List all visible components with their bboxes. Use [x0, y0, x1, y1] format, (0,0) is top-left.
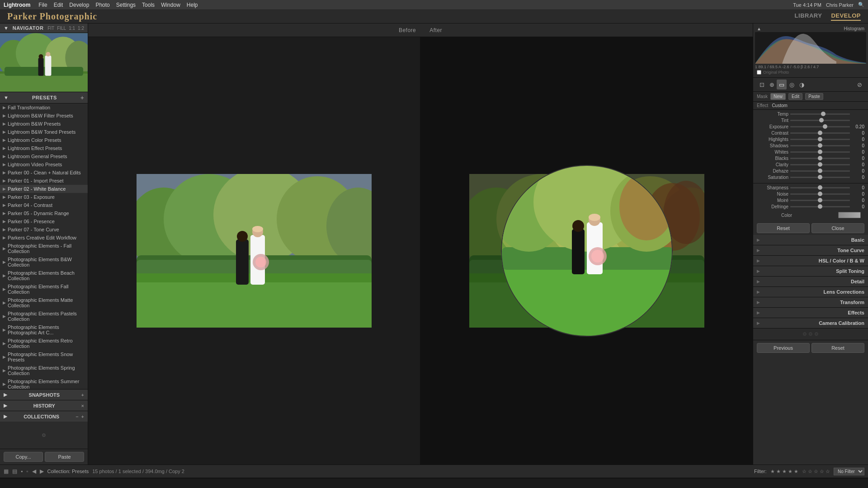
help-menu-item[interactable]: Help: [187, 2, 198, 8]
preset-group-p03[interactable]: ▶ Parker 03 - Exposure: [0, 193, 88, 201]
reset-button[interactable]: Reset: [757, 223, 810, 233]
preset-group-p04[interactable]: ▶ Parker 04 - Contrast: [0, 201, 88, 209]
collections-minus-icon[interactable]: −: [75, 414, 78, 419]
hsl-section-header[interactable]: ▶ HSL / Color / B & W: [753, 256, 868, 266]
clarity-track[interactable]: [790, 164, 850, 165]
saturation-thumb[interactable]: [818, 175, 822, 179]
preset-group-effect[interactable]: ▶ Lightroom Effect Presets: [0, 144, 88, 152]
snapshots-header[interactable]: ▶ Snapshots +: [0, 389, 88, 400]
preset-group-video[interactable]: ▶ Lightroom Video Presets: [0, 160, 88, 169]
whites-track[interactable]: [790, 151, 850, 153]
split-toning-section-header[interactable]: ▶ Split Toning: [753, 266, 868, 277]
collections-add-icon[interactable]: +: [81, 414, 84, 419]
before-photo[interactable]: 人人素材: [137, 174, 372, 328]
preset-group-pe-fall[interactable]: ▶ Photographic Elements - Fall Collectio…: [0, 242, 88, 255]
nav-1to2[interactable]: 1:2: [78, 26, 84, 31]
preset-group-p02[interactable]: ▶ Parker 02 - White Balance: [0, 185, 88, 193]
noise-track[interactable]: [790, 193, 850, 195]
dehaze-track[interactable]: [790, 170, 850, 172]
presets-header[interactable]: ▼ Presets +: [0, 92, 88, 103]
sharpness-thumb[interactable]: [818, 185, 822, 190]
lens-corrections-section-header[interactable]: ▶ Lens Corrections: [753, 287, 868, 297]
grid-view-icon[interactable]: ▦: [4, 468, 9, 474]
exposure-track[interactable]: [790, 126, 850, 127]
preset-group-pe-beach[interactable]: ▶ Photographic Elements Beach Collection: [0, 269, 88, 282]
temp-track[interactable]: [790, 113, 850, 115]
presets-add-button[interactable]: +: [80, 94, 84, 101]
tone-curve-section-header[interactable]: ▶ Tone Curve: [753, 245, 868, 256]
app-menu-item[interactable]: Lightroom: [4, 2, 30, 8]
effects-section-header[interactable]: ▶ Effects: [753, 308, 868, 318]
copy-button[interactable]: Copy...: [4, 452, 43, 462]
exposure-thumb[interactable]: [823, 124, 827, 129]
highlights-thumb[interactable]: [818, 137, 822, 141]
blacks-thumb[interactable]: [818, 156, 822, 160]
sharpness-track[interactable]: [790, 187, 850, 188]
preset-group-pe-spring[interactable]: ▶ Photographic Elements Spring Collectio…: [0, 364, 88, 377]
develop-menu-item[interactable]: Develop: [69, 2, 89, 8]
saturation-track[interactable]: [790, 177, 850, 178]
transform-section-header[interactable]: ▶ Transform: [753, 297, 868, 308]
basic-section-header[interactable]: ▶ Basic: [753, 235, 868, 245]
nav-1to1[interactable]: 1:1: [69, 26, 75, 31]
temp-thumb[interactable]: [821, 112, 826, 116]
navigator-thumbnail[interactable]: [0, 33, 88, 92]
history-close-icon[interactable]: ×: [81, 403, 84, 408]
snapshots-add-icon[interactable]: +: [81, 392, 84, 398]
crop-tool[interactable]: ⊡: [757, 80, 767, 89]
before-after-tool[interactable]: ⊘: [854, 80, 864, 89]
mask-paste-button[interactable]: Paste: [805, 93, 823, 100]
nav-fill[interactable]: FILL: [57, 26, 66, 31]
preset-group-p07[interactable]: ▶ Parker 07 - Tone Curve: [0, 225, 88, 234]
whites-thumb[interactable]: [818, 150, 822, 154]
preset-group-pe-retro[interactable]: ▶ Photographic Elements Retro Collection: [0, 337, 88, 350]
radial-tool[interactable]: ◎: [787, 80, 797, 89]
blacks-track[interactable]: [790, 158, 850, 159]
detail-section-header[interactable]: ▶ Detail: [753, 277, 868, 287]
prev-photo-icon[interactable]: ◀: [32, 468, 36, 474]
file-menu-item[interactable]: File: [38, 2, 47, 8]
contrast-thumb[interactable]: [818, 131, 822, 135]
preset-group-fall-transformation[interactable]: ▶ Fall Transformation: [0, 103, 88, 112]
module-tab-library[interactable]: LIBRARY: [795, 12, 822, 21]
dehaze-thumb[interactable]: [818, 169, 822, 173]
tint-track[interactable]: [790, 120, 850, 121]
preset-group-bw-filter[interactable]: ▶ Lightroom B&W Filter Presets: [0, 112, 88, 120]
loupe-view-icon[interactable]: ▤: [12, 468, 17, 474]
camera-calibration-section-header[interactable]: ▶ Camera Calibration: [753, 318, 868, 328]
shadows-thumb[interactable]: [818, 143, 822, 148]
paste-button[interactable]: Paste: [45, 452, 84, 462]
close-button[interactable]: Close: [811, 223, 864, 233]
preset-group-pe-pastels[interactable]: ▶ Photographic Elements Pastels Collecti…: [0, 310, 88, 323]
mask-edit-button[interactable]: Edit: [788, 93, 802, 100]
clarity-thumb[interactable]: [818, 162, 822, 167]
preset-group-creative[interactable]: ▶ Parkers Creative Edit Workflow: [0, 234, 88, 242]
nav-fit[interactable]: FIT: [47, 26, 54, 31]
next-photo-icon[interactable]: ▶: [40, 468, 44, 474]
preset-group-bw-presets[interactable]: ▶ Lightroom B&W Presets: [0, 120, 88, 128]
preset-group-color[interactable]: ▶ Lightroom Color Presets: [0, 136, 88, 144]
tint-thumb[interactable]: [819, 118, 824, 122]
preset-group-pe-summer[interactable]: ▶ Photographic Elements Summer Collectio…: [0, 377, 88, 389]
preset-group-pe-fall2[interactable]: ▶ Photographic Elements Fall Collection: [0, 282, 88, 296]
preset-group-pe-snow[interactable]: ▶ Photographic Elements Snow Presets: [0, 350, 88, 364]
preset-group-p00[interactable]: ▶ Parker 00 - Clean + Natural Edits: [0, 169, 88, 177]
window-menu-item[interactable]: Window: [161, 2, 180, 8]
reset-bottom-button[interactable]: Reset: [811, 343, 864, 353]
filter-dropdown[interactable]: No Filter: [834, 468, 864, 475]
filter-rating-empty[interactable]: ☆ ☆ ☆ ☆ ☆: [802, 469, 830, 474]
adjustment-tool[interactable]: ◑: [797, 80, 807, 89]
defringe-thumb[interactable]: [818, 204, 822, 209]
edit-menu-item[interactable]: Edit: [54, 2, 63, 8]
preset-group-general[interactable]: ▶ Lightroom General Presets: [0, 152, 88, 160]
effect-value[interactable]: Custom: [772, 103, 787, 108]
preset-group-pe-bw[interactable]: ▶ Photographic Elements B&W Collection: [0, 255, 88, 269]
highlights-track[interactable]: [790, 139, 850, 140]
contrast-track[interactable]: [790, 132, 850, 134]
moire-track[interactable]: [790, 200, 850, 201]
moire-thumb[interactable]: [818, 198, 822, 202]
tools-menu-item[interactable]: Tools: [142, 2, 155, 8]
defringe-track[interactable]: [790, 206, 850, 207]
gradient-tool[interactable]: ▭: [777, 80, 787, 89]
spot-heal-tool[interactable]: ⊕: [767, 80, 777, 89]
